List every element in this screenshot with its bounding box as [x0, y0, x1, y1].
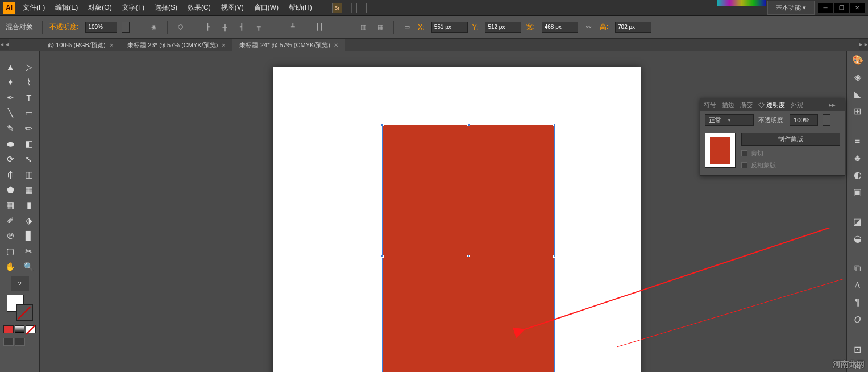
layers-panel-icon[interactable]: ◒ [852, 233, 864, 245]
menu-edit[interactable]: 编辑(E) [55, 3, 78, 13]
blend-tool[interactable]: ⬗ [20, 213, 39, 228]
type-tool[interactable]: T [20, 90, 39, 105]
resize-handle[interactable] [467, 123, 470, 126]
appearance-panel-icon[interactable]: ▣ [852, 187, 864, 198]
pencil-tool[interactable]: ✏ [20, 121, 39, 136]
screen-mode-normal[interactable] [3, 338, 14, 346]
invert-mask-checkbox[interactable]: 反相蒙版 [741, 161, 840, 170]
align-bottom-icon[interactable]: ┻ [286, 21, 299, 34]
paintbrush-tool[interactable]: ✎ [1, 121, 20, 136]
menu-object[interactable]: 对象(O) [88, 3, 111, 13]
brushes-panel-icon[interactable]: ◣ [852, 89, 864, 100]
character-panel-icon[interactable]: A [852, 280, 864, 291]
minimize-button[interactable]: ─ [818, 3, 833, 13]
menu-help[interactable]: 帮助(H) [289, 3, 312, 13]
resize-handle[interactable] [381, 255, 384, 258]
align-top-icon[interactable]: ┳ [252, 21, 265, 34]
menu-type[interactable]: 文字(T) [122, 3, 144, 13]
scale-tool[interactable]: ⤡ [20, 151, 39, 167]
eraser-tool[interactable]: ◧ [20, 136, 39, 151]
align-panel-icon[interactable]: ⧉ [852, 263, 864, 274]
slice-tool[interactable]: ✂ [20, 243, 39, 259]
resize-handle[interactable] [553, 123, 556, 126]
symbol-sprayer-tool[interactable]: ℗ [1, 228, 20, 243]
panel-grip[interactable]: ⋯⋯ [1, 53, 38, 59]
eyedropper-tool[interactable]: ✐ [1, 213, 20, 228]
close-button[interactable]: ✕ [850, 3, 865, 13]
tool-help[interactable]: ? [11, 276, 29, 291]
fill-stroke-swatch[interactable] [7, 295, 33, 321]
link-wh-icon[interactable]: ⚯ [583, 21, 595, 34]
rectangle-tool[interactable]: ▭ [20, 105, 39, 121]
style-icon[interactable]: ◉ [148, 21, 160, 34]
make-mask-button[interactable]: 制作蒙版 [741, 133, 840, 146]
h-input[interactable] [615, 22, 651, 33]
y-input[interactable] [485, 22, 521, 33]
dist-v-icon[interactable]: ══ [330, 21, 343, 34]
tab-close-icon[interactable]: ✕ [221, 42, 226, 48]
selection-tool[interactable]: ▲ [1, 59, 20, 75]
symbols-panel-icon[interactable]: ⊞ [852, 106, 864, 117]
free-transform-tool[interactable]: ◫ [20, 167, 39, 182]
shape-builder-tool[interactable]: ⬟ [1, 182, 20, 197]
gradient-panel-icon[interactable]: ♣ [852, 152, 864, 164]
tab-scroll-right[interactable]: ►► [859, 39, 868, 50]
lasso-tool[interactable]: ⌇ [20, 75, 39, 90]
color-mode-solid[interactable] [3, 325, 14, 333]
menu-effect[interactable]: 效果(C) [188, 3, 211, 13]
menu-window[interactable]: 窗口(W) [254, 3, 279, 13]
align-right-icon[interactable]: ┫ [235, 21, 248, 34]
paragraph-panel-icon[interactable]: ¶ [852, 297, 864, 308]
panel-tab-symbols[interactable]: 符号 [704, 101, 716, 109]
align-left-icon[interactable]: ┣ [201, 21, 214, 34]
transparency-panel-icon[interactable]: ◐ [852, 170, 864, 181]
panel-tab-transparency[interactable]: ◇ 透明度 [758, 101, 785, 109]
opacity-input[interactable] [85, 22, 117, 33]
graphic-styles-icon[interactable]: ◪ [852, 216, 864, 228]
blend-mode-dropdown[interactable]: 正常▼ [705, 114, 754, 126]
perspective-tool[interactable]: ▦ [20, 182, 39, 197]
align-hcenter-icon[interactable]: ╫ [218, 21, 231, 34]
color-mode-none[interactable] [26, 325, 36, 333]
dist-h-icon[interactable]: ┃┃ [313, 21, 326, 34]
blob-brush-tool[interactable]: ⬬ [1, 136, 20, 151]
artboard-tool[interactable]: ▢ [1, 243, 20, 259]
panel-opacity-dropdown[interactable] [823, 114, 830, 126]
graph-tool[interactable]: ▊ [20, 228, 39, 243]
panel-collapse-icon[interactable]: ▸▸ [829, 101, 836, 109]
panel-tab-appearance[interactable]: 外观 [791, 101, 803, 109]
color-mode-gradient[interactable] [15, 325, 25, 333]
transparency-thumbnail[interactable] [705, 133, 736, 168]
menu-select[interactable]: 选择(S) [155, 3, 177, 13]
panel-menu-icon[interactable]: ≡ [838, 101, 841, 109]
opacity-dropdown[interactable] [122, 22, 130, 33]
align-vcenter-icon[interactable]: ╪ [269, 21, 282, 34]
width-tool[interactable]: ⫛ [1, 167, 20, 182]
zoom-tool[interactable]: 🔍 [20, 259, 39, 274]
tab-close-icon[interactable]: ✕ [109, 42, 114, 48]
color-panel-icon[interactable]: 🎨 [852, 55, 864, 66]
panel-opacity-input[interactable]: 100% [790, 114, 818, 126]
hand-tool[interactable]: ✋ [1, 259, 20, 274]
gradient-tool[interactable]: ▮ [20, 197, 39, 213]
w-input[interactable] [542, 22, 578, 33]
stroke-panel-icon[interactable]: ≡ [852, 135, 864, 147]
mesh-tool[interactable]: ▦ [1, 197, 20, 213]
clip-checkbox[interactable]: 剪切 [741, 149, 840, 158]
screen-mode-full[interactable] [15, 338, 25, 346]
menu-view[interactable]: 视图(V) [221, 3, 244, 13]
maximize-button[interactable]: ❐ [834, 3, 849, 13]
transform-panel-icon[interactable]: ⊡ [852, 344, 864, 355]
bridge-icon[interactable]: Br [332, 3, 342, 13]
menu-file[interactable]: 文件(F) [23, 3, 45, 13]
line-tool[interactable]: ╲ [1, 105, 20, 121]
resize-handle[interactable] [381, 123, 384, 126]
opentype-panel-icon[interactable]: O [852, 314, 864, 325]
panel-tab-gradient[interactable]: 渐变 [740, 101, 753, 109]
transform-icon[interactable]: ▭ [401, 21, 413, 34]
isolate-icon[interactable]: ▥ [357, 21, 369, 34]
magic-wand-tool[interactable]: ✦ [1, 75, 20, 90]
recolor-icon[interactable]: ⬡ [175, 21, 187, 34]
pen-tool[interactable]: ✒ [1, 90, 20, 105]
doc-tab-3[interactable]: 未标题-24* @ 57% (CMYK/预览)✕ [232, 39, 345, 51]
